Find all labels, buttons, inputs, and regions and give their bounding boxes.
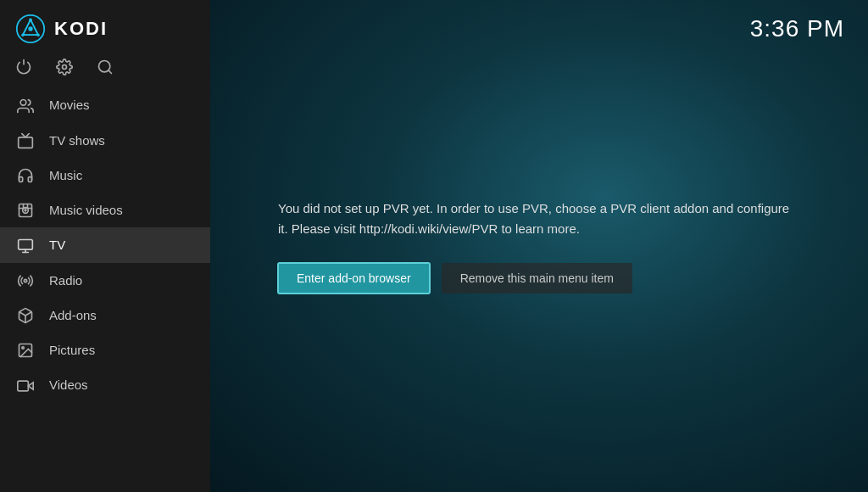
sidebar-item-music-videos[interactable]: Music videos <box>0 193 210 227</box>
sidebar-nav: Movies TV shows Music <box>0 87 210 492</box>
music-label: Music <box>49 168 82 182</box>
remove-menu-item-button[interactable]: Remove this main menu item <box>442 263 632 294</box>
movies-icon <box>15 96 36 114</box>
kodi-logo-icon <box>15 14 46 44</box>
svg-point-26 <box>22 347 24 349</box>
sidebar-header: KODI <box>0 0 210 54</box>
radio-label: Radio <box>49 273 82 288</box>
sidebar-item-pictures[interactable]: Pictures <box>0 333 210 367</box>
sidebar-item-radio[interactable]: Radio <box>0 263 210 298</box>
svg-point-8 <box>36 33 40 36</box>
svg-point-16 <box>25 210 26 211</box>
movies-label: Movies <box>49 98 90 112</box>
search-icon[interactable] <box>97 58 114 75</box>
videos-icon <box>15 376 36 394</box>
power-icon[interactable] <box>15 58 32 75</box>
pvr-message: You did not set up PVR yet. In order to … <box>278 198 800 239</box>
sidebar: KODI <box>0 0 210 492</box>
radio-icon <box>15 271 36 289</box>
svg-line-11 <box>108 70 112 74</box>
add-ons-icon <box>15 306 36 324</box>
tv-icon <box>15 236 36 254</box>
svg-point-12 <box>20 99 26 105</box>
svg-rect-20 <box>19 239 33 249</box>
sidebar-toolbar <box>0 54 210 87</box>
sidebar-item-tv[interactable]: TV <box>0 227 210 262</box>
svg-point-6 <box>29 18 32 21</box>
pvr-content-area: You did not set up PVR yet. In order to … <box>210 0 868 492</box>
svg-rect-28 <box>18 381 28 391</box>
enter-addon-browser-button[interactable]: Enter add-on browser <box>278 263 430 294</box>
svg-point-2 <box>28 26 32 31</box>
tv-label: TV <box>49 238 65 252</box>
svg-point-9 <box>63 65 67 70</box>
sidebar-item-tv-shows[interactable]: TV shows <box>0 123 210 158</box>
music-videos-label: Music videos <box>49 203 123 217</box>
svg-rect-13 <box>19 137 33 148</box>
svg-point-7 <box>21 33 25 36</box>
music-videos-icon <box>15 201 36 219</box>
app-title: KODI <box>54 18 108 40</box>
pictures-icon <box>15 341 36 359</box>
pictures-label: Pictures <box>49 343 95 357</box>
tv-shows-icon <box>15 131 36 149</box>
sidebar-item-videos[interactable]: Videos <box>0 367 210 402</box>
clock-display: 3:36 PM <box>750 15 844 42</box>
videos-label: Videos <box>49 377 88 392</box>
tv-shows-label: TV shows <box>49 133 105 148</box>
sidebar-item-add-ons[interactable]: Add-ons <box>0 298 210 333</box>
add-ons-label: Add-ons <box>49 308 97 322</box>
pvr-actions: Enter add-on browser Remove this main me… <box>278 263 632 294</box>
sidebar-item-music[interactable]: Music <box>0 158 210 193</box>
settings-icon[interactable] <box>56 58 73 75</box>
music-icon <box>15 166 36 184</box>
svg-marker-27 <box>28 382 33 389</box>
svg-point-23 <box>24 279 26 282</box>
main-content: 3:36 PM You did not set up PVR yet. In o… <box>210 0 868 492</box>
sidebar-item-movies[interactable]: Movies <box>0 87 210 122</box>
